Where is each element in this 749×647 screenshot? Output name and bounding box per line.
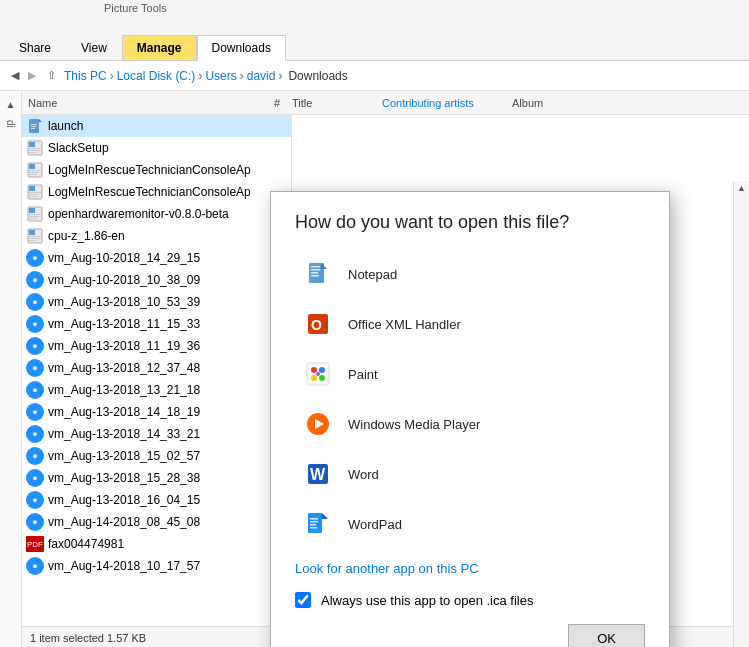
list-item[interactable]: ●vm_Aug-14-2018_08_45_08 bbox=[22, 511, 291, 533]
list-item[interactable]: LogMeInRescueTechnicianConsoleAp bbox=[22, 159, 291, 181]
list-item[interactable]: cpu-z_1.86-en bbox=[22, 225, 291, 247]
list-item[interactable]: ●vm_Aug-13-2018_13_21_18 bbox=[22, 379, 291, 401]
file-icon: ● bbox=[26, 293, 44, 311]
file-list: launchSlackSetupLogMeInRescueTechnicianC… bbox=[22, 115, 292, 647]
breadcrumb-localdisk[interactable]: Local Disk (C:) bbox=[117, 69, 196, 83]
svg-rect-29 bbox=[29, 240, 37, 241]
col-name[interactable]: Name bbox=[22, 97, 262, 109]
file-icon: ● bbox=[26, 337, 44, 355]
svg-rect-3 bbox=[31, 126, 36, 127]
svg-rect-24 bbox=[29, 218, 37, 219]
status-text: 1 item selected 1.57 KB bbox=[30, 632, 146, 644]
scroll-up-arrow[interactable]: ▲ bbox=[735, 181, 748, 195]
svg-rect-22 bbox=[29, 214, 41, 215]
list-item[interactable]: ●vm_Aug-13-2018_14_33_21 bbox=[22, 423, 291, 445]
col-title[interactable]: Title bbox=[292, 97, 382, 109]
list-item[interactable]: ●vm_Aug-13-2018_11_19_36 bbox=[22, 335, 291, 357]
file-icon: PDF bbox=[26, 536, 44, 552]
open-with-dialog: How do you want to open this file? Notep… bbox=[270, 191, 670, 647]
app-name: Office XML Handler bbox=[348, 317, 461, 332]
app-name: Windows Media Player bbox=[348, 417, 480, 432]
svg-rect-23 bbox=[29, 216, 39, 217]
file-name: launch bbox=[48, 119, 83, 133]
app-name: Word bbox=[348, 467, 379, 482]
paint-icon bbox=[300, 356, 336, 392]
list-item[interactable]: ●vm_Aug-13-2018_11_15_33 bbox=[22, 313, 291, 335]
manage-tab[interactable]: Manage bbox=[122, 35, 197, 60]
file-icon: ● bbox=[26, 359, 44, 377]
word-icon: W bbox=[300, 456, 336, 492]
breadcrumb-users[interactable]: Users bbox=[205, 69, 236, 83]
breadcrumb-david[interactable]: david bbox=[247, 69, 276, 83]
file-icon: ● bbox=[26, 249, 44, 267]
col-contributing-artists[interactable]: Contributing artists bbox=[382, 97, 512, 109]
nav-collapse-arrow[interactable]: ▲ bbox=[4, 97, 18, 112]
nav-arrow-right[interactable]: ▶ bbox=[28, 69, 36, 82]
list-item[interactable]: PDFfax004474981 bbox=[22, 533, 291, 555]
list-item[interactable]: ●vm_Aug-13-2018_16_04_15 bbox=[22, 489, 291, 511]
list-item[interactable]: SlackSetup bbox=[22, 137, 291, 159]
file-name: cpu-z_1.86-en bbox=[48, 229, 125, 243]
file-name: vm_Aug-13-2018_15_02_57 bbox=[48, 449, 200, 463]
svg-rect-26 bbox=[29, 230, 35, 235]
col-album[interactable]: Album bbox=[512, 97, 572, 109]
breadcrumb-thispc[interactable]: This PC bbox=[64, 69, 107, 83]
svg-text:W: W bbox=[310, 466, 326, 483]
app-item[interactable]: WordPad bbox=[295, 499, 645, 549]
file-name: vm_Aug-14-2018_08_45_08 bbox=[48, 515, 200, 529]
list-item[interactable]: ●vm_Aug-14-2018_10_17_57 bbox=[22, 555, 291, 577]
app-item[interactable]: Windows Media Player bbox=[295, 399, 645, 449]
nav-up[interactable]: ⇧ bbox=[47, 69, 56, 82]
file-name: SlackSetup bbox=[48, 141, 109, 155]
file-name: vm_Aug-13-2018_13_21_18 bbox=[48, 383, 200, 397]
file-name: LogMeInRescueTechnicianConsoleAp bbox=[48, 185, 251, 199]
app-item[interactable]: Paint bbox=[295, 349, 645, 399]
svg-rect-4 bbox=[31, 128, 35, 129]
file-name: vm_Aug-13-2018_16_04_15 bbox=[48, 493, 200, 507]
list-item[interactable]: launch bbox=[22, 115, 291, 137]
col-hash[interactable]: # bbox=[262, 97, 292, 109]
nav-arrow-left[interactable]: ◀ bbox=[11, 69, 19, 82]
list-item[interactable]: openhardwaremonitor-v0.8.0-beta bbox=[22, 203, 291, 225]
file-icon bbox=[26, 117, 44, 135]
svg-rect-9 bbox=[29, 152, 37, 153]
share-tab[interactable]: Share bbox=[4, 35, 66, 60]
app-name: Notepad bbox=[348, 267, 397, 282]
list-item[interactable]: ●vm_Aug-13-2018_14_18_19 bbox=[22, 401, 291, 423]
file-icon: ● bbox=[26, 513, 44, 531]
list-item[interactable]: ●vm_Aug-13-2018_15_02_57 bbox=[22, 445, 291, 467]
file-name: vm_Aug-13-2018_12_37_48 bbox=[48, 361, 200, 375]
always-use-checkbox[interactable] bbox=[295, 592, 311, 608]
list-item[interactable]: ●vm_Aug-13-2018_10_53_39 bbox=[22, 291, 291, 313]
list-item[interactable]: ●vm_Aug-13-2018_15_28_38 bbox=[22, 467, 291, 489]
always-use-row: Always use this app to open .ica files bbox=[295, 592, 645, 608]
svg-marker-1 bbox=[39, 119, 42, 122]
file-name: vm_Aug-10-2018_10_38_09 bbox=[48, 273, 200, 287]
svg-rect-11 bbox=[29, 164, 35, 169]
file-name: vm_Aug-14-2018_10_17_57 bbox=[48, 559, 200, 573]
app-item[interactable]: Notepad bbox=[295, 249, 645, 299]
app-name: WordPad bbox=[348, 517, 402, 532]
svg-rect-27 bbox=[29, 236, 41, 237]
svg-rect-31 bbox=[311, 266, 320, 268]
list-item[interactable]: ●vm_Aug-10-2018_10_38_09 bbox=[22, 269, 291, 291]
app-item[interactable]: OOffice XML Handler bbox=[295, 299, 645, 349]
downloads-tab[interactable]: Downloads bbox=[197, 35, 286, 61]
view-tab[interactable]: View bbox=[66, 35, 122, 60]
list-item[interactable]: ●vm_Aug-13-2018_12_37_48 bbox=[22, 357, 291, 379]
list-item[interactable]: ●vm_Aug-10-2018_14_29_15 bbox=[22, 247, 291, 269]
look-for-another-app-link[interactable]: Look for another app on this PC bbox=[295, 561, 645, 576]
svg-rect-53 bbox=[310, 527, 317, 529]
vertical-scrollbar[interactable]: ▲ ▼ bbox=[733, 181, 749, 647]
svg-rect-52 bbox=[310, 524, 316, 526]
svg-text:O: O bbox=[311, 317, 322, 333]
file-icon bbox=[26, 183, 44, 201]
dialog-title: How do you want to open this file? bbox=[295, 212, 645, 233]
svg-rect-13 bbox=[29, 172, 39, 173]
app-item[interactable]: WWord bbox=[295, 449, 645, 499]
list-item[interactable]: LogMeInRescueTechnicianConsoleAp bbox=[22, 181, 291, 203]
file-name: vm_Aug-13-2018_11_19_36 bbox=[48, 339, 200, 353]
svg-rect-14 bbox=[29, 174, 37, 175]
ok-button[interactable]: OK bbox=[568, 624, 645, 647]
svg-rect-2 bbox=[31, 124, 37, 125]
